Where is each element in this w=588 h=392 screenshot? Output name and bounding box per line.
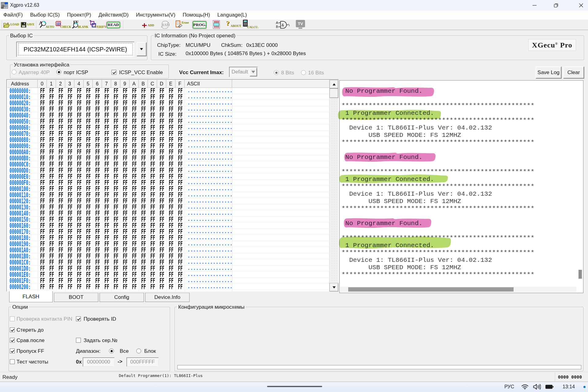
menu-item-4[interactable]: Инструменты(V): [132, 11, 179, 20]
hex-byte[interactable]: FF: [95, 284, 100, 290]
scroll-down-button[interactable]: [330, 283, 338, 292]
hex-scrollbar-thumb[interactable]: [330, 89, 338, 98]
hex-row: 00000070:FFFFFFFFFFFFFFFFFFFFFFFFFFFFFFF…: [7, 131, 330, 137]
minimize-button[interactable]: [527, 0, 541, 11]
hex-header-col[interactable]: C: [148, 80, 157, 88]
log-vscrollbar-thumb[interactable]: [579, 270, 582, 279]
hex-byte[interactable]: FF: [104, 284, 109, 290]
hex-header-address[interactable]: Address: [7, 80, 38, 88]
skip-ff-checkbox[interactable]: [10, 349, 15, 353]
hex-byte[interactable]: FF: [49, 284, 54, 290]
hex-ascii: ................: [187, 174, 233, 180]
range-block-label: Блок: [144, 348, 156, 354]
hex-header-col[interactable]: D: [157, 80, 166, 88]
vcc-imax-label: Vcc Current Imax:: [179, 70, 224, 76]
tab-config[interactable]: Config: [100, 293, 144, 302]
vcc-imax-dropdown-button[interactable]: [250, 68, 257, 76]
range-to-input[interactable]: 000FFFFF: [126, 357, 159, 367]
hex-byte[interactable]: FF: [40, 284, 45, 290]
taskbar-center-pill[interactable]: [267, 386, 322, 387]
hex-row: 00000050:FFFFFFFFFFFFFFFFFFFFFFFFFFFFFFF…: [7, 119, 330, 125]
clear-log-button[interactable]: Clear: [563, 66, 584, 78]
adapter-40p-radio[interactable]: [12, 70, 17, 74]
range-block-radio[interactable]: [136, 349, 141, 353]
hex-byte[interactable]: FF: [86, 284, 91, 290]
hex-header-col[interactable]: 9: [120, 80, 130, 88]
hex-byte[interactable]: FF: [150, 284, 155, 290]
hex-header-ascii[interactable]: ASCII: [185, 80, 232, 88]
log-panel[interactable]: No Programmer Found. *******************…: [339, 80, 583, 293]
hex-byte[interactable]: FF: [114, 284, 118, 290]
toolbar-prog-button[interactable]: PROG.: [193, 21, 206, 28]
hex-header-col[interactable]: 0: [38, 80, 47, 88]
menu-item-6[interactable]: Language(L): [214, 11, 251, 20]
hex-header-col[interactable]: 5: [84, 80, 93, 88]
hex-row: 00000150:FFFFFFFFFFFFFFFFFFFFFFFFFFFFFFF…: [7, 217, 330, 223]
hex-header-col[interactable]: 2: [56, 80, 65, 88]
hex-row: 000001D0:FFFFFFFFFFFFFFFFFFFFFFFFFFFFFFF…: [7, 266, 330, 272]
hex-byte[interactable]: FF: [141, 284, 146, 290]
hex-header-col[interactable]: B: [139, 80, 148, 88]
hex-header-col[interactable]: 6: [93, 80, 102, 88]
ic-select-combobox[interactable]: PIC32MZ1024EFH144 (ICSP-2WIRE): [16, 42, 134, 57]
hex-header-col[interactable]: 8: [111, 80, 120, 88]
ic-select-dropdown-button[interactable]: [137, 42, 146, 56]
hex-header-col[interactable]: 4: [74, 80, 84, 88]
toolbar-separator: [123, 21, 123, 29]
serial-number-checkbox[interactable]: [76, 338, 81, 343]
taskbar-clock[interactable]: 13:14: [563, 384, 575, 390]
hex-header-col[interactable]: 3: [65, 80, 74, 88]
save-log-button[interactable]: Save Log: [536, 66, 561, 78]
log-hscrollbar-thumb[interactable]: [348, 287, 514, 292]
hex-byte[interactable]: FF: [132, 284, 137, 290]
menu-item-5[interactable]: Помощь(H): [179, 11, 214, 20]
bits8-radio[interactable]: [274, 70, 279, 75]
toolbar-blank-label: BLANK: [78, 25, 89, 28]
icsp-vcc-checkbox[interactable]: [111, 70, 116, 75]
menu-item-0[interactable]: Файл(F): [0, 11, 27, 20]
toolbar-read-button[interactable]: READ: [107, 22, 120, 28]
hex-byte[interactable]: FF: [160, 284, 164, 290]
hex-header-col[interactable]: E: [166, 80, 175, 88]
menu-item-3[interactable]: Действия(D): [95, 11, 132, 20]
tab-boot[interactable]: BOOT: [54, 293, 98, 302]
taskbar-language[interactable]: РУС: [504, 384, 514, 390]
bits16-radio[interactable]: [301, 70, 306, 75]
check-id-checkbox[interactable]: [76, 316, 81, 321]
hex-header-col[interactable]: A: [130, 80, 139, 88]
scroll-up-button[interactable]: [330, 80, 338, 89]
tab-device-info[interactable]: Device.Info: [145, 293, 190, 302]
range-from-input[interactable]: 00000000: [83, 357, 115, 367]
volume-icon[interactable]: [533, 384, 541, 391]
erase-before-checkbox[interactable]: [10, 327, 15, 332]
hex-byte[interactable]: FF: [68, 284, 72, 290]
clean-test-checkbox[interactable]: [10, 359, 15, 364]
add-plus-icon: [142, 23, 147, 29]
vcc-imax-combobox[interactable]: Default: [229, 67, 258, 77]
tab-flash[interactable]: FLASH: [9, 291, 53, 302]
battery-icon[interactable]: [545, 384, 554, 390]
log-horizontal-scrollbar[interactable]: [340, 287, 576, 292]
hex-byte[interactable]: FF: [58, 284, 63, 290]
hex-byte[interactable]: FF: [123, 284, 127, 290]
wifi-icon[interactable]: [521, 384, 529, 391]
menu-item-2[interactable]: Проект(P): [63, 11, 95, 20]
hex-body[interactable]: 00000000:FFFFFFFFFFFFFFFFFFFFFFFFFFFFFFF…: [7, 88, 330, 292]
ic-info-group-label: IC Information (No Project opened): [154, 33, 236, 39]
chip-config-scrollbar[interactable]: [177, 365, 581, 369]
restore-button[interactable]: [549, 0, 563, 11]
verify-after-checkbox[interactable]: [10, 338, 15, 343]
hex-vertical-scrollbar[interactable]: [329, 80, 338, 292]
hex-byte[interactable]: FF: [169, 284, 173, 290]
pin-check-checkbox[interactable]: [10, 316, 15, 321]
notification-dot[interactable]: [583, 386, 586, 388]
hex-header-col[interactable]: 1: [47, 80, 56, 88]
range-all-radio[interactable]: [109, 349, 114, 353]
close-button[interactable]: [574, 0, 588, 11]
hex-header-col[interactable]: F: [175, 80, 185, 88]
hex-byte[interactable]: FF: [77, 284, 81, 290]
hex-header-col[interactable]: 7: [102, 80, 111, 88]
hex-byte[interactable]: FF: [178, 284, 183, 290]
menu-item-1[interactable]: Выбор IC(S): [27, 11, 64, 20]
port-icsp-radio[interactable]: [56, 70, 61, 74]
